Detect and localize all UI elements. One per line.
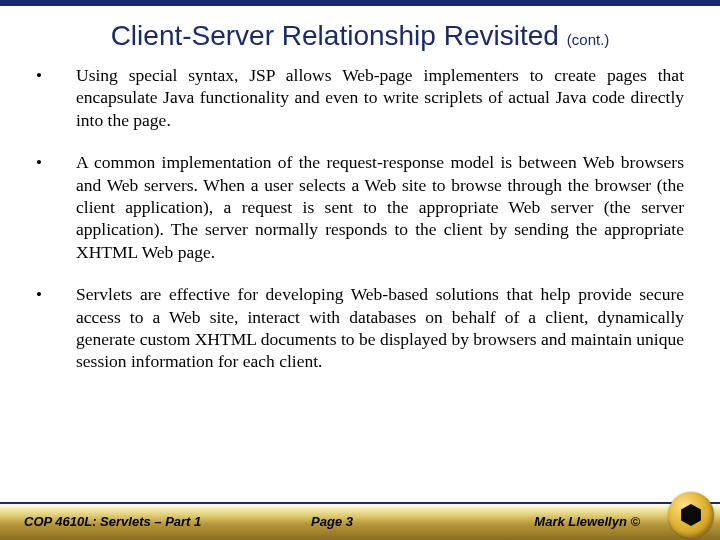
bullet-marker: • (36, 151, 76, 263)
footer-course: COP 4610L: Servlets – Part 1 (24, 514, 311, 529)
ucf-logo-icon (668, 492, 714, 538)
slide-title-continued: (cont.) (567, 31, 610, 48)
slide-title-wrap: Client-Server Relationship Revisited (co… (0, 6, 720, 60)
footer-content: COP 4610L: Servlets – Part 1 Page 3 Mark… (0, 502, 720, 540)
footer-page: Page 3 (311, 514, 353, 529)
slide-body: • Using special syntax, JSP allows Web-p… (0, 60, 720, 373)
slide-footer: COP 4610L: Servlets – Part 1 Page 3 Mark… (0, 502, 720, 540)
slide-title: Client-Server Relationship Revisited (111, 20, 559, 51)
bullet-text: A common implementation of the request-r… (76, 151, 684, 263)
bullet-item: • Servlets are effective for developing … (36, 283, 684, 373)
bullet-marker: • (36, 283, 76, 373)
footer-author: Mark Llewellyn © (353, 514, 660, 529)
bullet-text: Using special syntax, JSP allows Web-pag… (76, 64, 684, 131)
bullet-item: • A common implementation of the request… (36, 151, 684, 263)
bullet-item: • Using special syntax, JSP allows Web-p… (36, 64, 684, 131)
bullet-marker: • (36, 64, 76, 131)
logo-circle (668, 492, 714, 538)
logo-pegasus-icon (680, 504, 702, 526)
bullet-text: Servlets are effective for developing We… (76, 283, 684, 373)
